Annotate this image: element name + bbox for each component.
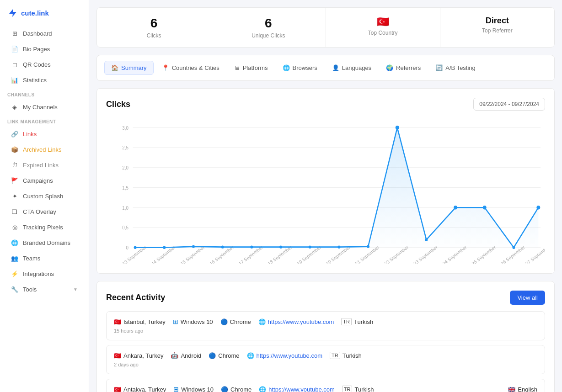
sidebar-item-cta-overlay[interactable]: ❑ CTA Overlay: [4, 204, 85, 219]
date-range: 09/22/2024 - 09/27/2024: [473, 98, 545, 111]
activity-header: Recent Activity View all: [106, 291, 545, 305]
unique-clicks-value: 6: [220, 16, 316, 31]
archive-icon: 📦: [11, 146, 18, 153]
sidebar-item-expired-links[interactable]: ⏱ Expired Links: [4, 158, 85, 172]
layers2-icon: ❑: [11, 208, 18, 215]
windows-icon-0: ⊞: [173, 318, 178, 325]
globe-icon-2: 🌐: [259, 386, 266, 392]
android-icon-1: 🤖: [171, 352, 178, 359]
clock-icon: ⏱: [11, 161, 18, 169]
sidebar-item-branded-domains[interactable]: 🌐 Branded Domains: [4, 235, 85, 250]
clicks-header: Clicks 09/22/2024 - 09/27/2024: [106, 98, 545, 111]
svg-point-37: [337, 245, 340, 248]
sidebar-item-custom-splash[interactable]: ✦ Custom Splash: [4, 189, 85, 203]
tool-icon: 🔧: [11, 286, 18, 293]
sidebar-item-dashboard[interactable]: ⊞ Dashboard: [4, 26, 85, 41]
windows-icon-2: ⊞: [173, 386, 179, 392]
activity-language-0: TR Turkish: [341, 318, 373, 325]
sidebar-item-archived-links[interactable]: 📦 Archived Links: [4, 142, 85, 157]
svg-point-43: [512, 246, 515, 249]
stat-card-unique-clicks: 6 Unique Clicks: [211, 8, 326, 47]
svg-point-30: [134, 246, 137, 249]
activity-title: Recent Activity: [106, 293, 165, 302]
activity-row: 🇹🇷 Istanbul, Turkey ⊞ Windows 10 🔵 Chrom…: [114, 318, 537, 325]
globe-icon-0: 🌐: [258, 318, 266, 325]
splash-icon: ✦: [11, 192, 18, 200]
sidebar-item-bio-pages[interactable]: 📄 Bio Pages: [4, 42, 85, 56]
clicks-chart-section: Clicks 09/22/2024 - 09/27/2024: [96, 88, 555, 274]
target-icon: ◎: [11, 223, 18, 231]
stat-card-top-country: 🇹🇷 Top Country: [326, 8, 440, 47]
activity-platform-2: ⊞ Windows 10: [173, 386, 214, 392]
svg-point-39: [396, 126, 399, 130]
turkey-flag-1: 🇹🇷: [114, 352, 121, 359]
chrome-icon-2: 🔵: [221, 386, 228, 392]
sidebar-item-statistics[interactable]: 📊 Statistics: [4, 73, 85, 87]
stat-card-clicks: 6 Clicks: [97, 8, 211, 47]
home-icon: 🏠: [111, 64, 118, 71]
svg-point-35: [279, 245, 282, 248]
sidebar-item-integrations[interactable]: ⚡ Integrations: [4, 266, 85, 281]
activity-language-2: TR Turkish: [342, 386, 374, 392]
top-country-flag: 🇹🇷: [335, 16, 431, 28]
activity-item: 🇹🇷 Antakya, Turkey ⊞ Windows 10 🔵 Chrome…: [106, 379, 545, 392]
tab-ab-testing[interactable]: 🔄 A/B Testing: [429, 61, 482, 74]
tab-platforms[interactable]: 🖥 Platforms: [228, 61, 274, 74]
users-icon: 👥: [11, 254, 18, 262]
link-icon: 🔗: [11, 130, 18, 138]
activity-language-1: TR Turkish: [330, 352, 362, 359]
chrome-icon-1: 🔵: [209, 352, 216, 359]
sidebar-item-tracking-pixels[interactable]: ◎ Tracking Pixels: [4, 220, 85, 234]
globe-icon-1: 🌐: [247, 352, 254, 359]
svg-text:0: 0: [126, 245, 129, 250]
pin-icon: 📍: [162, 64, 169, 71]
sidebar-item-my-channels[interactable]: ◈ My Channels: [4, 100, 85, 114]
svg-point-34: [250, 245, 253, 248]
chart-area: 3,0 2,5 2,0 1,5 1,0 0,5 0 13 September 1…: [106, 118, 545, 264]
top-referrer-label: Top Referrer: [450, 27, 545, 34]
svg-text:1,0: 1,0: [122, 205, 128, 210]
view-all-button[interactable]: View all: [510, 291, 545, 305]
referrer-link-2[interactable]: https://www.youtube.com: [268, 386, 335, 392]
svg-point-31: [163, 246, 166, 249]
svg-text:1,5: 1,5: [122, 185, 128, 190]
sidebar-item-campaigns[interactable]: 🚩 Campaigns: [4, 173, 85, 188]
sidebar-item-tools[interactable]: 🔧 Tools ▼: [4, 282, 85, 297]
activity-location-0: 🇹🇷 Istanbul, Turkey: [114, 318, 166, 325]
activity-platform-1: 🤖 Android: [171, 352, 201, 359]
sidebar-item-links[interactable]: 🔗 Links: [4, 127, 85, 141]
activity-time-1: 2 days ago: [114, 362, 537, 367]
monitor-icon: 🖥: [234, 64, 240, 71]
lang-flag-2: TR: [342, 386, 353, 392]
svg-text:3,0: 3,0: [122, 125, 128, 130]
top-referrer-value: Direct: [450, 16, 545, 26]
tab-referrers[interactable]: 🌍 Referrers: [380, 61, 427, 74]
activity-row: 🇹🇷 Ankara, Turkey 🤖 Android 🔵 Chrome 🌐 h…: [114, 352, 537, 359]
clicks-value: 6: [106, 16, 202, 31]
globe2-icon: 🌍: [386, 64, 393, 71]
chrome-icon-0: 🔵: [220, 318, 228, 325]
grid-icon: ⊞: [11, 30, 18, 37]
tab-browsers[interactable]: 🌐 Browsers: [276, 61, 324, 74]
flag-icon: 🚩: [11, 177, 18, 184]
svg-point-36: [309, 245, 311, 248]
logo-text: cute.link: [21, 9, 49, 17]
turkey-flag-0: 🇹🇷: [114, 318, 121, 325]
lang-flag-1: TR: [330, 352, 340, 359]
svg-point-42: [483, 206, 487, 210]
sidebar-item-teams[interactable]: 👥 Teams: [4, 251, 85, 265]
referrer-link-0[interactable]: https://www.youtube.com: [268, 318, 334, 325]
tab-summary[interactable]: 🏠 Summary: [104, 61, 154, 75]
sidebar-item-qr-codes[interactable]: ◻ QR Codes: [4, 57, 85, 72]
layers-icon: ◈: [11, 103, 18, 111]
tab-countries-cities[interactable]: 📍 Countries & Cities: [155, 61, 226, 74]
activity-browser-2: 🔵 Chrome: [221, 386, 252, 392]
lang-badge-right: 🇬🇧 English: [508, 386, 537, 392]
svg-point-44: [536, 206, 540, 210]
tab-languages[interactable]: 👤 Languages: [326, 61, 378, 74]
qr-icon: ◻: [11, 61, 18, 68]
channels-label: Channels: [0, 88, 89, 99]
lang-flag-0: TR: [341, 318, 352, 325]
logo: cute.link: [0, 7, 89, 26]
referrer-link-1[interactable]: https://www.youtube.com: [257, 352, 323, 359]
